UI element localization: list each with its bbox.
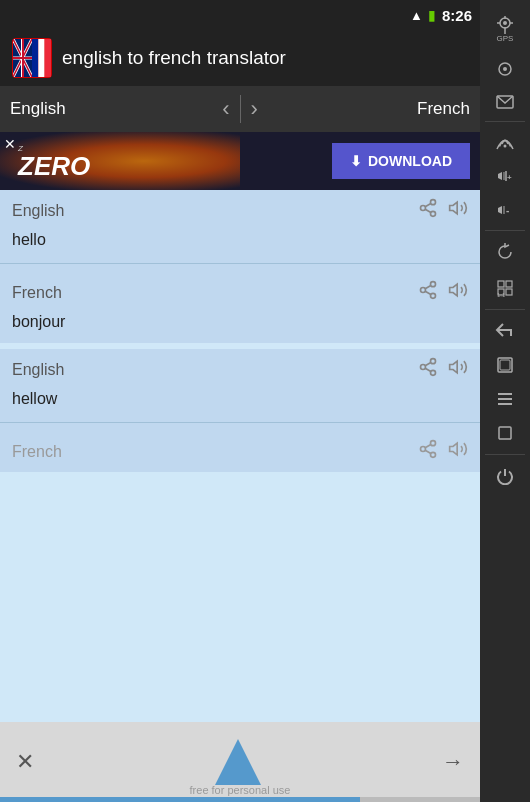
lang-bar-divider (240, 95, 241, 123)
svg-point-30 (431, 441, 436, 446)
panel-divider-3 (485, 309, 525, 310)
card-0-target-section: French bonjou (0, 272, 480, 343)
language-bar: English ‹ › French (0, 86, 480, 132)
ad-close-button[interactable]: ✕ (4, 136, 16, 152)
svg-marker-47 (498, 172, 502, 180)
svg-point-18 (431, 282, 436, 287)
volume-up-icon[interactable]: + (480, 160, 530, 192)
svg-rect-11 (45, 39, 51, 77)
card-0-target-text: bonjour (12, 311, 468, 339)
gps-icon: GPS (497, 8, 514, 51)
card-0-target-header: French (12, 280, 468, 305)
gps-section: GPS (497, 8, 514, 51)
svg-rect-57 (506, 289, 512, 295)
status-time: 8:26 (442, 7, 472, 24)
right-panel: GPS + (480, 0, 530, 802)
svg-point-19 (421, 288, 426, 293)
battery-icon: ▮ (428, 7, 436, 23)
rotate-icon[interactable] (480, 235, 530, 269)
svg-rect-60 (500, 360, 510, 370)
card-0-source-actions (418, 198, 468, 223)
svg-line-21 (425, 291, 431, 294)
svg-point-44 (503, 67, 507, 71)
gps-label: GPS (497, 34, 514, 43)
card-1-source-section: English hello (0, 349, 480, 420)
back-icon[interactable] (480, 314, 530, 346)
svg-point-42 (503, 21, 507, 25)
translation-card-0: English hello (0, 190, 480, 343)
translation-cards-area: English hello (0, 190, 480, 722)
svg-rect-54 (498, 281, 504, 287)
card-1-source-lang: English (12, 361, 64, 379)
svg-point-13 (421, 206, 426, 211)
panel-divider-1 (485, 121, 525, 122)
mic-button-container[interactable] (213, 737, 263, 787)
svg-line-33 (425, 450, 431, 453)
svg-line-16 (425, 203, 431, 206)
svg-point-26 (431, 370, 436, 375)
card-1-target-lang: French (12, 443, 62, 461)
card-0-source-text: hello (12, 229, 468, 257)
card-1-target-section: French (0, 431, 480, 472)
ad-brand-text: ZERO (18, 153, 90, 179)
svg-marker-17 (450, 202, 458, 214)
bottom-next-button[interactable]: → (442, 749, 464, 775)
download-icon: ⬇ (350, 153, 362, 169)
svg-line-15 (425, 209, 431, 212)
status-icons: ▲ ▮ (410, 7, 436, 23)
svg-marker-29 (450, 361, 458, 373)
svg-rect-64 (499, 427, 511, 439)
svg-marker-35 (450, 443, 458, 455)
home-icon[interactable] (480, 416, 530, 450)
card-0-source-section: English hello (0, 190, 480, 261)
card-0-source-sound-icon[interactable] (448, 198, 468, 223)
svg-marker-51 (498, 206, 502, 214)
svg-rect-10 (38, 39, 44, 77)
svg-text:-: - (506, 205, 509, 216)
bottom-close-button[interactable]: ✕ (16, 749, 34, 775)
signal-icon[interactable] (480, 126, 530, 158)
svg-text:+: + (507, 173, 512, 182)
svg-point-24 (431, 359, 436, 364)
map-icon[interactable]: 1:1 (480, 271, 530, 305)
lang-left-arrow[interactable]: ‹ (222, 96, 229, 122)
card-0-target-share-icon[interactable] (418, 280, 438, 305)
card-1-target-header: French (12, 439, 468, 464)
card-1-target-sound-icon[interactable] (448, 439, 468, 464)
status-bar: ▲ ▮ 8:26 (0, 0, 480, 30)
svg-line-28 (425, 362, 431, 365)
svg-point-32 (431, 452, 436, 457)
svg-text:1:1: 1:1 (497, 292, 506, 297)
power-icon[interactable] (480, 459, 530, 493)
source-language-label: English (10, 99, 214, 119)
volume-down-icon[interactable]: - (480, 194, 530, 226)
card-1-target-share-icon[interactable] (418, 439, 438, 464)
svg-rect-9 (32, 39, 38, 77)
svg-point-14 (431, 211, 436, 216)
radio-icon[interactable] (480, 53, 530, 85)
card-1-source-actions (418, 357, 468, 382)
card-0-source-header: English (12, 198, 468, 223)
card-0-divider (0, 263, 480, 264)
card-1-source-sound-icon[interactable] (448, 357, 468, 382)
card-0-target-actions (418, 280, 468, 305)
card-1-target-actions (418, 439, 468, 464)
svg-line-27 (425, 368, 431, 371)
target-language-label: French (266, 99, 470, 119)
card-0-target-sound-icon[interactable] (448, 280, 468, 305)
lang-right-arrow[interactable]: › (251, 96, 258, 122)
svg-line-34 (425, 444, 431, 447)
svg-point-46 (504, 145, 507, 148)
progress-bar (0, 797, 480, 802)
svg-point-25 (421, 365, 426, 370)
card-1-divider (0, 422, 480, 423)
mic-triangle-icon (213, 737, 263, 787)
svg-rect-8 (13, 57, 32, 59)
card-0-source-share-icon[interactable] (418, 198, 438, 223)
recent-apps-icon[interactable] (480, 348, 530, 382)
card-1-source-share-icon[interactable] (418, 357, 438, 382)
svg-rect-55 (506, 281, 512, 287)
menu-icon[interactable] (480, 384, 530, 414)
mail-icon[interactable] (480, 87, 530, 117)
ad-download-button[interactable]: ⬇ DOWNLOAD (332, 143, 470, 179)
